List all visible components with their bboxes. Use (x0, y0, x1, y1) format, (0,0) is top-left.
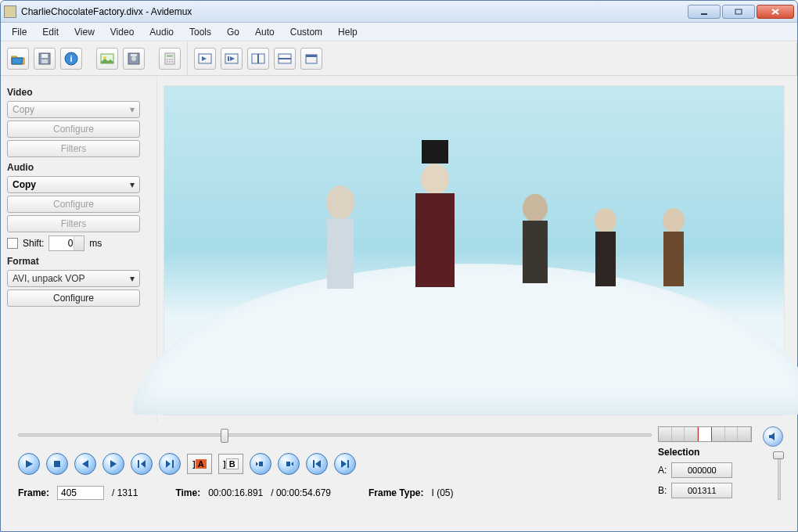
next-keyframe-button[interactable] (159, 453, 181, 475)
menu-auto[interactable]: Auto (249, 25, 281, 39)
audio-codec-value: Copy (13, 179, 36, 190)
window-title: CharlieChocolateFactory.divx - Avidemux (21, 6, 688, 17)
info-button[interactable]: i (60, 48, 82, 70)
svg-rect-37 (415, 193, 455, 287)
svg-marker-53 (256, 462, 258, 466)
svg-marker-25 (230, 56, 235, 61)
frame-total: / 1311 (112, 487, 138, 498)
next-black-frame-button[interactable] (278, 453, 300, 475)
svg-rect-49 (138, 460, 139, 468)
prev-black-frame-button[interactable] (250, 453, 271, 475)
svg-point-38 (523, 194, 548, 222)
svg-rect-43 (663, 232, 684, 286)
save-file-button[interactable] (34, 48, 56, 70)
menu-edit[interactable]: Edit (36, 25, 65, 39)
open-image-button[interactable] (96, 48, 118, 70)
video-codec-select[interactable]: Copy▾ (7, 101, 140, 118)
audio-configure-button[interactable]: Configure (7, 196, 140, 213)
titlebar: CharlieChocolateFactory.divx - Avidemux (1, 1, 797, 23)
video-filters-button[interactable]: Filters (7, 140, 140, 157)
format-configure-button[interactable]: Configure (7, 289, 140, 307)
svg-marker-59 (341, 460, 347, 468)
svg-marker-47 (110, 460, 117, 468)
svg-rect-26 (228, 56, 229, 61)
svg-marker-57 (315, 460, 321, 468)
svg-rect-21 (171, 61, 173, 63)
set-marker-b-button[interactable]: ]B (218, 454, 243, 474)
volume-mute-button[interactable] (763, 426, 783, 447)
save-image-button[interactable] (123, 48, 145, 70)
play-range-button[interactable] (194, 48, 216, 70)
play-button[interactable] (18, 453, 40, 475)
shift-unit: ms (89, 238, 102, 249)
shift-label: Shift: (23, 238, 44, 249)
svg-rect-32 (306, 55, 317, 57)
svg-rect-51 (172, 460, 174, 468)
svg-rect-45 (54, 461, 60, 467)
time-total: / 00:00:54.679 (271, 487, 331, 498)
close-button[interactable] (757, 5, 794, 19)
svg-rect-35 (422, 140, 448, 164)
shift-value: 0 (68, 238, 74, 249)
stop-button[interactable] (46, 453, 68, 475)
menu-tools[interactable]: Tools (183, 25, 217, 39)
calculator-button[interactable] (159, 48, 181, 70)
maximize-button[interactable] (722, 5, 755, 19)
selection-b-button[interactable]: 001311 (671, 483, 732, 498)
last-frame-button[interactable] (334, 453, 356, 475)
frametype-value: I (05) (431, 487, 453, 498)
chevron-down-icon: ▾ (130, 273, 135, 284)
menu-audio[interactable]: Audio (143, 25, 180, 39)
split-horizontal-button[interactable] (274, 48, 296, 70)
prev-frame-button[interactable] (74, 453, 96, 475)
svg-rect-1 (735, 9, 742, 14)
time-current: 00:00:16.891 (208, 487, 263, 498)
video-codec-value: Copy (13, 104, 34, 115)
svg-rect-15 (167, 55, 173, 57)
svg-rect-34 (327, 218, 354, 289)
format-select[interactable]: AVI, unpack VOP▾ (7, 270, 140, 287)
selection-a-button[interactable]: 000000 (671, 462, 732, 478)
app-icon (4, 5, 16, 18)
svg-point-42 (663, 208, 685, 233)
svg-rect-54 (286, 462, 290, 466)
svg-text:i: i (70, 54, 72, 63)
svg-point-36 (421, 164, 449, 195)
sidebar: Video Copy▾ Configure Filters Audio Copy… (1, 76, 157, 422)
svg-rect-16 (167, 59, 168, 60)
prev-keyframe-button[interactable] (131, 453, 153, 475)
shift-checkbox[interactable] (7, 238, 18, 249)
volume-slider[interactable] (771, 451, 786, 500)
minimize-button[interactable] (688, 5, 721, 19)
menu-help[interactable]: Help (332, 25, 364, 39)
open-file-button[interactable] (7, 48, 29, 70)
svg-rect-17 (169, 59, 171, 60)
set-marker-a-button[interactable]: ]A (187, 454, 212, 474)
menu-file[interactable]: File (5, 25, 33, 39)
audio-filters-button[interactable]: Filters (7, 215, 140, 232)
menu-view[interactable]: View (68, 25, 101, 39)
menu-go[interactable]: Go (221, 25, 246, 39)
frame-input[interactable]: 405 (57, 486, 104, 500)
svg-point-12 (131, 56, 136, 61)
menu-custom[interactable]: Custom (284, 25, 329, 39)
frame-label: Frame: (18, 487, 49, 498)
selection-a-value: 000000 (688, 466, 717, 475)
new-window-button[interactable] (300, 48, 322, 70)
jog-wheel[interactable] (658, 426, 752, 442)
shift-spinner[interactable]: 0 (49, 235, 84, 251)
next-frame-button[interactable] (102, 453, 124, 475)
video-configure-button[interactable]: Configure (7, 120, 140, 138)
time-label: Time: (175, 487, 200, 498)
figure-1 (313, 179, 368, 297)
format-heading: Format (7, 256, 150, 267)
menu-video[interactable]: Video (104, 25, 140, 39)
first-frame-button[interactable] (306, 453, 328, 475)
seek-slider[interactable] (18, 426, 652, 444)
split-vertical-button[interactable] (247, 48, 269, 70)
video-preview (164, 85, 785, 415)
audio-codec-select[interactable]: Copy▾ (7, 176, 140, 193)
svg-rect-13 (131, 54, 137, 56)
svg-rect-58 (347, 460, 349, 468)
next-range-button[interactable] (221, 48, 243, 70)
